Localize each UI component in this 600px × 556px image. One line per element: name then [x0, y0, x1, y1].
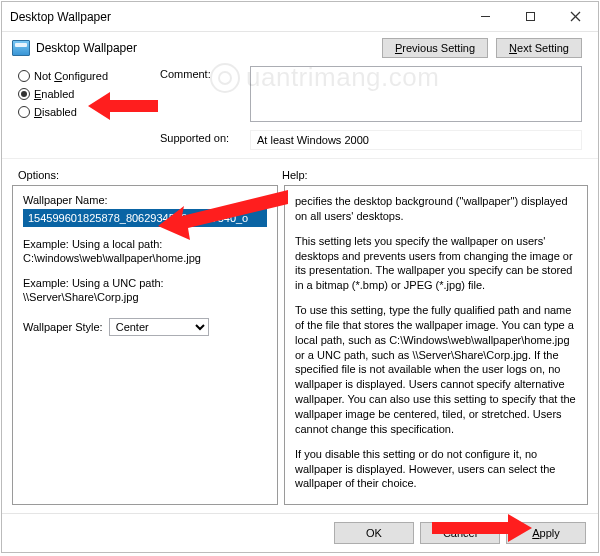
ok-button[interactable]: OK [334, 522, 414, 544]
state-and-comment: Not Configured Enabled Disabled Comment:… [2, 64, 598, 154]
wallpaper-style-select[interactable]: Center [109, 318, 209, 336]
next-setting-button[interactable]: Next Setting [496, 38, 582, 58]
wallpaper-style-label: Wallpaper Style: [23, 321, 103, 333]
radio-enabled[interactable]: Enabled [18, 88, 150, 100]
panes: Wallpaper Name: Example: Using a local p… [2, 185, 598, 513]
minimize-icon [480, 11, 491, 22]
supported-on-label: Supported on: [160, 130, 242, 144]
minimize-button[interactable] [463, 2, 508, 32]
apply-button[interactable]: Apply [506, 522, 586, 544]
example-local: Example: Using a local path: C:\windows\… [23, 237, 267, 266]
help-text: To use this setting, type the fully qual… [295, 303, 577, 437]
supported-on-value: At least Windows 2000 [250, 130, 582, 150]
wallpaper-icon [12, 40, 30, 56]
svg-rect-1 [527, 13, 535, 21]
radio-icon [18, 106, 30, 118]
comment-label: Comment: [160, 66, 242, 80]
header-title: Desktop Wallpaper [36, 41, 376, 55]
previous-setting-button[interactable]: Previous Setting [382, 38, 488, 58]
radio-disabled[interactable]: Disabled [18, 106, 150, 118]
cancel-button[interactable]: Cancel [420, 522, 500, 544]
radio-icon [18, 88, 30, 100]
comment-textarea[interactable] [250, 66, 582, 122]
window-title: Desktop Wallpaper [10, 10, 463, 24]
maximize-button[interactable] [508, 2, 553, 32]
help-text: pecifies the desktop background ("wallpa… [295, 194, 577, 224]
close-icon [570, 11, 581, 22]
footer: OK Cancel Apply [2, 513, 598, 552]
wallpaper-name-label: Wallpaper Name: [23, 194, 267, 206]
help-text: This setting lets you specify the wallpa… [295, 234, 577, 293]
options-pane: Wallpaper Name: Example: Using a local p… [12, 185, 278, 505]
help-label: Help: [282, 169, 308, 181]
radio-icon [18, 70, 30, 82]
state-radios: Not Configured Enabled Disabled [18, 66, 150, 150]
group-policy-dialog: Desktop Wallpaper Desktop Wallpaper Prev… [1, 1, 599, 553]
options-label: Options: [18, 169, 282, 181]
help-pane[interactable]: pecifies the desktop background ("wallpa… [284, 185, 588, 505]
header-row: Desktop Wallpaper Previous Setting Next … [2, 32, 598, 64]
close-button[interactable] [553, 2, 598, 32]
radio-not-configured[interactable]: Not Configured [18, 70, 150, 82]
maximize-icon [525, 11, 536, 22]
titlebar: Desktop Wallpaper [2, 2, 598, 32]
example-unc: Example: Using a UNC path: \\Server\Shar… [23, 276, 267, 305]
wallpaper-name-input[interactable] [23, 209, 267, 227]
help-text: If you disable this setting or do not co… [295, 447, 577, 492]
section-labels: Options: Help: [2, 158, 598, 185]
